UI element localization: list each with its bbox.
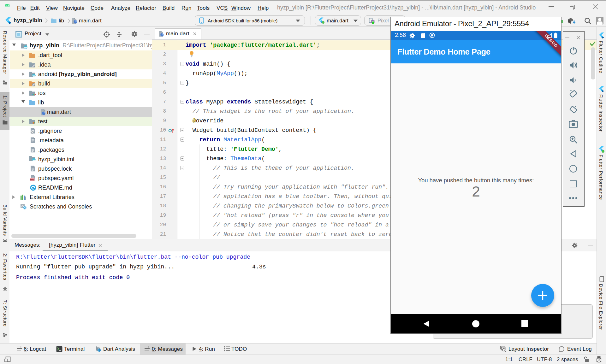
svg-text:YML: YML (30, 178, 35, 181)
